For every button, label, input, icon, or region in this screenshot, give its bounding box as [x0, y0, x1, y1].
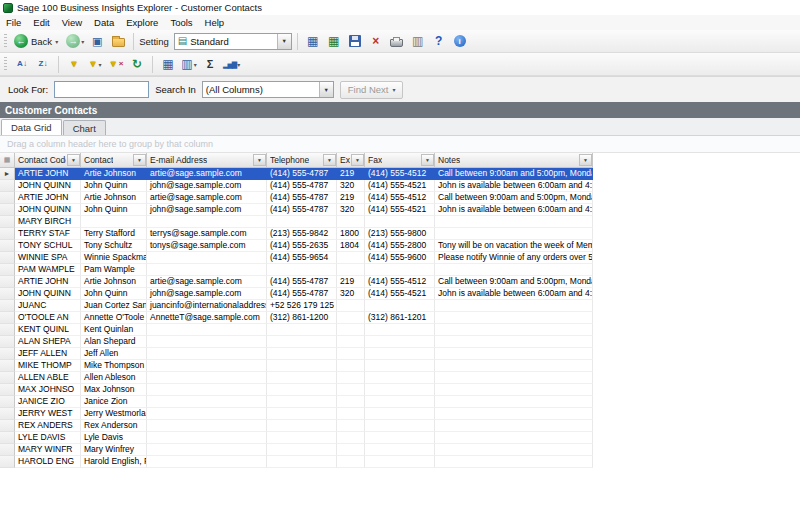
cell-notes[interactable] — [435, 432, 593, 444]
row-selector[interactable] — [0, 264, 15, 276]
cell-ext[interactable] — [337, 252, 365, 264]
cell-telephone[interactable]: (414) 555-4787 — [267, 180, 337, 192]
save-button[interactable] — [345, 32, 365, 51]
setting-dropdown-button[interactable]: ▼ — [277, 34, 291, 49]
cell-contact[interactable]: Mary Winfrey — [81, 444, 147, 456]
column-filter-dropdown-icon[interactable]: ▼ — [351, 154, 364, 166]
cell-contact-code[interactable]: MARY WINFR — [15, 444, 81, 456]
row-selector[interactable] — [0, 204, 15, 216]
cell-contact-code[interactable]: PAM WAMPLE — [15, 264, 81, 276]
cell-ext[interactable]: 1800 — [337, 228, 365, 240]
cell-ext[interactable] — [337, 264, 365, 276]
table-row[interactable]: JUANCJuan Cortez Sanjuancinfo@internatio… — [0, 300, 593, 312]
cell-ext[interactable] — [337, 360, 365, 372]
cell-contact-code[interactable]: ARTIE JOHN — [15, 192, 81, 204]
cell-telephone[interactable] — [267, 324, 337, 336]
row-selector[interactable] — [0, 336, 15, 348]
cell-fax[interactable]: (414) 555-4521 — [365, 204, 435, 216]
clear-filter-button[interactable]: ▼ × — [106, 55, 126, 74]
cell-telephone[interactable] — [267, 444, 337, 456]
group-by-bar[interactable]: Drag a column header here to group by th… — [0, 136, 800, 153]
row-selector[interactable] — [0, 324, 15, 336]
cell-e-mail-address[interactable] — [147, 372, 267, 384]
cell-notes[interactable] — [435, 384, 593, 396]
cell-contact[interactable]: Artie Johnson — [81, 168, 147, 180]
cell-ext[interactable] — [337, 312, 365, 324]
row-selector[interactable] — [0, 240, 15, 252]
cell-e-mail-address[interactable]: tonys@sage.sample.com — [147, 240, 267, 252]
cell-fax[interactable] — [365, 444, 435, 456]
cell-ext[interactable] — [337, 408, 365, 420]
cell-telephone[interactable]: (414) 555-4787 — [267, 192, 337, 204]
table-row[interactable]: JOHN QUINNJohn Quinnjohn@sage.sample.com… — [0, 180, 593, 192]
menu-tools[interactable]: Tools — [164, 15, 198, 30]
column-header-telephone[interactable]: Telephone▼ — [267, 153, 337, 168]
cell-notes[interactable]: Tony will be on vacation the week of Mem… — [435, 240, 593, 252]
cell-contact-code[interactable]: JANICE ZIO — [15, 396, 81, 408]
table-row[interactable]: JOHN QUINNJohn Quinnjohn@sage.sample.com… — [0, 204, 593, 216]
sort-descending-button[interactable]: Z↓ — [33, 55, 53, 74]
table-row[interactable]: TERRY STAFTerry Staffordterrys@sage.samp… — [0, 228, 593, 240]
cell-contact-code[interactable]: JEFF ALLEN — [15, 348, 81, 360]
column-header-contact-code[interactable]: Contact Code▼ — [15, 153, 81, 168]
cell-telephone[interactable] — [267, 432, 337, 444]
cell-notes[interactable]: John is available between 6:00am and 4:0… — [435, 204, 593, 216]
menu-edit[interactable]: Edit — [27, 15, 55, 30]
cell-notes[interactable] — [435, 216, 593, 228]
cell-ext[interactable]: 320 — [337, 288, 365, 300]
cell-fax[interactable] — [365, 348, 435, 360]
cell-fax[interactable] — [365, 216, 435, 228]
cell-e-mail-address[interactable] — [147, 348, 267, 360]
cell-notes[interactable] — [435, 360, 593, 372]
cell-contact[interactable]: Janice Zion — [81, 396, 147, 408]
cell-ext[interactable] — [337, 444, 365, 456]
select-all-corner[interactable]: ▦ — [0, 153, 15, 168]
cell-fax[interactable] — [365, 396, 435, 408]
cell-fax[interactable] — [365, 300, 435, 312]
column-header-ext[interactable]: Ext▼ — [337, 153, 365, 168]
cell-fax[interactable] — [365, 408, 435, 420]
cell-ext[interactable] — [337, 420, 365, 432]
table-row[interactable]: KENT QUINLKent Quinlan — [0, 324, 593, 336]
cell-e-mail-address[interactable]: artie@sage.sample.com — [147, 276, 267, 288]
cell-ext[interactable] — [337, 300, 365, 312]
cell-notes[interactable] — [435, 456, 593, 468]
cell-contact-code[interactable]: ALAN SHEPA — [15, 336, 81, 348]
column-header-e-mail-address[interactable]: E-mail Address▼ — [147, 153, 267, 168]
cell-contact-code[interactable]: MAX JOHNSO — [15, 384, 81, 396]
cell-e-mail-address[interactable] — [147, 420, 267, 432]
cell-telephone[interactable]: (213) 555-9842 — [267, 228, 337, 240]
tab-chart[interactable]: Chart — [63, 120, 106, 135]
cell-e-mail-address[interactable] — [147, 444, 267, 456]
cell-contact-code[interactable]: ARTIE JOHN — [15, 168, 81, 180]
cell-e-mail-address[interactable] — [147, 252, 267, 264]
cell-contact[interactable]: Winnie Spackman — [81, 252, 147, 264]
column-filter-dropdown-icon[interactable]: ▼ — [253, 154, 266, 166]
cell-contact-code[interactable]: TERRY STAF — [15, 228, 81, 240]
cell-e-mail-address[interactable]: artie@sage.sample.com — [147, 192, 267, 204]
cell-telephone[interactable]: (414) 555-4787 — [267, 288, 337, 300]
cell-contact[interactable]: Tony Schultz — [81, 240, 147, 252]
cell-contact[interactable]: Jerry Westmorla — [81, 408, 147, 420]
cell-contact[interactable]: Jeff Allen — [81, 348, 147, 360]
table-row[interactable]: MARY WINFRMary Winfrey — [0, 444, 593, 456]
cell-contact[interactable]: Harold English, P — [81, 456, 147, 468]
cell-fax[interactable] — [365, 264, 435, 276]
cell-telephone[interactable]: (312) 861-1200 — [267, 312, 337, 324]
cell-fax[interactable]: (312) 861-1201 — [365, 312, 435, 324]
cell-e-mail-address[interactable] — [147, 264, 267, 276]
table-row[interactable]: ALAN SHEPAAlan Shepard — [0, 336, 593, 348]
cell-e-mail-address[interactable] — [147, 216, 267, 228]
cell-contact-code[interactable]: HAROLD ENG — [15, 456, 81, 468]
cell-notes[interactable] — [435, 372, 593, 384]
row-selector[interactable] — [0, 456, 15, 468]
row-selector[interactable] — [0, 300, 15, 312]
cell-e-mail-address[interactable]: john@sage.sample.com — [147, 204, 267, 216]
cell-notes[interactable]: Please notify Winnie of any orders over … — [435, 252, 593, 264]
cell-e-mail-address[interactable] — [147, 360, 267, 372]
toolbar-grip[interactable] — [4, 34, 7, 49]
cell-telephone[interactable]: +52 526 179 125 — [267, 300, 337, 312]
cell-fax[interactable]: (414) 555-4521 — [365, 180, 435, 192]
cell-notes[interactable] — [435, 264, 593, 276]
cell-e-mail-address[interactable] — [147, 324, 267, 336]
